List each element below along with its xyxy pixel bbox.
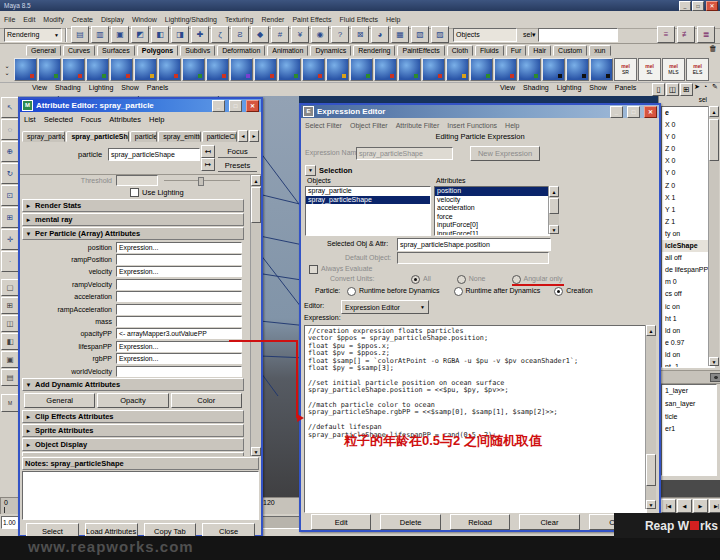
section-header[interactable]: ►Render Stats — [22, 199, 244, 212]
poly-tool-icon-16[interactable] — [518, 58, 541, 81]
shelf-tab[interactable]: Surfaces — [97, 45, 135, 56]
scroll-up-icon[interactable]: ▲ — [549, 186, 559, 197]
channel-row[interactable]: ail off — [662, 252, 714, 264]
layer-item[interactable]: 1_layer — [662, 385, 716, 398]
dialog-button[interactable]: Clear — [519, 514, 579, 530]
menu-item[interactable]: Edit — [23, 16, 35, 23]
go-to-end-icon[interactable]: ▶| — [709, 499, 720, 513]
attribute-value-field[interactable] — [116, 366, 242, 377]
channel-row[interactable]: Z 0 — [662, 143, 714, 155]
focus-button[interactable]: Focus — [218, 145, 257, 158]
menu-item[interactable]: Attributes — [109, 115, 141, 124]
menu-item[interactable]: Fluid Effects — [340, 16, 378, 23]
menu-item[interactable]: Display — [101, 16, 124, 23]
attribute-item[interactable]: inputForce[1] — [435, 230, 549, 236]
app-titlebar[interactable]: Maya 8.5 _ □ ✕ — [0, 0, 720, 11]
construction-history-icon[interactable]: ¥ — [291, 26, 309, 43]
node-tab[interactable]: spray_emitter — [158, 131, 200, 142]
sel-dropdown[interactable]: sel▾ — [523, 31, 535, 39]
close-button[interactable]: ✕ — [706, 1, 718, 11]
attribute-value-field[interactable]: Expression... — [116, 242, 242, 253]
expand-arrow-icon[interactable]: ► — [25, 442, 32, 448]
panel-menu-item[interactable]: Shading — [523, 84, 549, 91]
collapse-arrow-icon[interactable]: ▼ — [305, 165, 316, 176]
scroll-down-icon[interactable]: ▼ — [549, 225, 559, 234]
section-header[interactable]: ►Sprite Attributes — [22, 424, 244, 437]
layer-item[interactable]: ticle — [662, 411, 716, 424]
attribute-item[interactable]: velocity — [435, 196, 549, 205]
shelf-tab[interactable]: Cloth — [447, 45, 473, 56]
expression-editor-titlebar[interactable]: E Expression Editor _ □ ✕ — [301, 105, 659, 118]
panel-menu-item[interactable]: Panels — [615, 84, 636, 91]
render-settings-icon[interactable]: ▨ — [431, 26, 449, 43]
poly-tool-icon-14[interactable] — [470, 58, 493, 81]
tab-scroll-left-icon[interactable]: ◄ — [238, 130, 248, 142]
close-icon[interactable]: ✕ — [246, 100, 259, 112]
channel-box-scrollbar[interactable]: ▲ ▼ — [708, 106, 719, 366]
save-scene-icon[interactable]: ▣ — [111, 26, 129, 43]
trash-icon[interactable]: 🗑 — [709, 44, 717, 53]
layer-item[interactable]: san_layer — [662, 398, 716, 411]
section-header[interactable]: ►Clip Effects Attributes — [22, 410, 244, 423]
particle-mode-radio[interactable]: Runtime before Dynamics — [347, 287, 440, 296]
minimize-button[interactable]: _ — [679, 1, 691, 11]
play-forward-icon[interactable]: ▶ — [693, 499, 708, 513]
poly-tool-icon-7[interactable] — [302, 58, 325, 81]
channel-row[interactable]: ht 1 — [662, 313, 714, 325]
scroll-down-icon[interactable]: ▼ — [709, 357, 719, 366]
attribute-value-field[interactable]: Expression... — [116, 341, 242, 352]
minimize-button[interactable]: _ — [212, 100, 225, 112]
mel-script-icon[interactable]: melMLS — [662, 58, 685, 81]
scroll-up-icon[interactable]: ▲ — [709, 106, 719, 117]
step-back-icon[interactable]: ◀ — [677, 499, 692, 513]
shelf-tab[interactable]: Fluids — [475, 45, 504, 56]
shelf-tab[interactable]: Custom — [553, 45, 587, 56]
toggle-tool-settings-icon[interactable]: ≢ — [677, 26, 695, 43]
expand-arrow-icon[interactable]: ► — [25, 203, 32, 209]
last-tool-icon[interactable]: · — [1, 251, 19, 272]
go-to-start-icon[interactable]: |◀ — [661, 499, 676, 513]
expand-arrow-icon[interactable]: ► — [25, 414, 32, 420]
render-icon[interactable]: ▦ — [391, 26, 409, 43]
shelf-tab[interactable]: Polygons — [137, 45, 179, 56]
node-name-field[interactable]: spray_particleShape — [108, 148, 200, 161]
shelf-tab[interactable]: Dynamics — [310, 45, 351, 56]
maximize-button[interactable]: □ — [627, 106, 640, 118]
notes-area[interactable] — [22, 471, 259, 520]
section-header[interactable]: ►mental ray — [22, 213, 244, 226]
attribute-item[interactable]: position — [435, 187, 549, 196]
poly-cone-icon[interactable] — [86, 58, 109, 81]
selected-obj-field[interactable]: spray_particleShape.position — [397, 238, 551, 251]
poly-tool-icon-5[interactable] — [254, 58, 277, 81]
menu-item[interactable]: Modify — [43, 16, 64, 23]
attribute-editor-titlebar[interactable]: M Attribute Editor: spray_particle _ □ ✕ — [20, 99, 261, 112]
mel-script-icon[interactable]: melELS — [686, 58, 709, 81]
channel-row[interactable]: X 0 — [662, 119, 714, 131]
menu-item[interactable]: Focus — [81, 115, 101, 124]
shelf-tab[interactable]: Rendering — [353, 45, 395, 56]
lasso-tool-icon[interactable]: ◌ — [1, 119, 19, 140]
channel-row[interactable]: Y 1 — [662, 204, 714, 216]
poly-sphere-icon[interactable] — [14, 58, 37, 81]
menu-item[interactable]: Attribute Filter — [396, 122, 440, 129]
help-icon[interactable]: ? — [331, 26, 349, 43]
single-pane-layout-icon[interactable]: ▯ — [652, 83, 665, 96]
paint-mini-icon[interactable]: ✎ — [712, 83, 720, 94]
menu-item[interactable]: Create — [72, 16, 93, 23]
poly-tool-icon-15[interactable] — [494, 58, 517, 81]
mel-script-icon[interactable]: melSR — [614, 58, 637, 81]
minimize-button[interactable]: _ — [610, 106, 623, 118]
layout-single-icon[interactable]: ▢ — [1, 279, 19, 296]
presets-button[interactable]: Presets — [218, 159, 257, 172]
particle-mode-radio[interactable]: Runtime after Dynamics — [454, 287, 541, 296]
shelf-tab[interactable]: Deformation — [217, 45, 265, 56]
expression-text-area[interactable]: //creation expression floats particlesve… — [304, 325, 647, 513]
layout-persp-outliner-icon[interactable]: ◫ — [1, 315, 19, 332]
attribute-value-field[interactable] — [116, 279, 242, 290]
move-tool-icon[interactable]: ⊕ — [1, 141, 19, 162]
menu-item[interactable]: Window — [132, 16, 157, 23]
channel-row[interactable]: m 0 — [662, 276, 714, 288]
menu-item[interactable]: Help — [149, 115, 164, 124]
layout-split-icon[interactable]: ◧ — [1, 333, 19, 350]
attributes-scrollbar[interactable]: ▲ ▼ — [548, 186, 559, 234]
